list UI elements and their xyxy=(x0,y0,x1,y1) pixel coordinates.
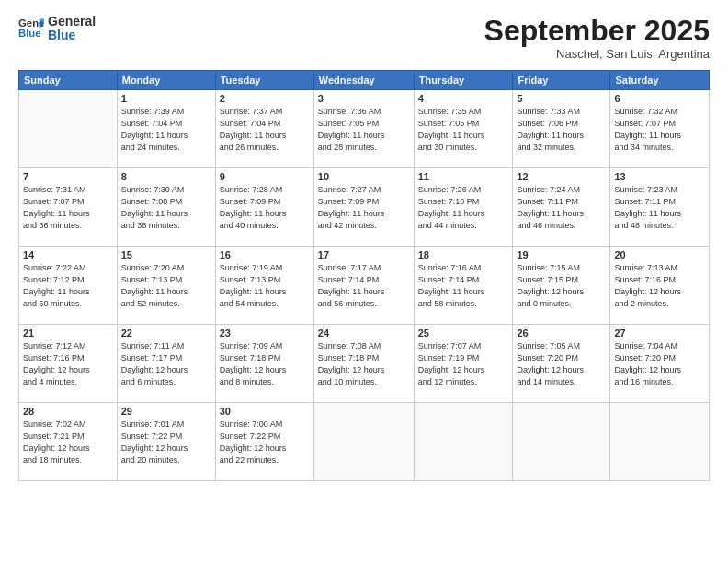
day-number: 6 xyxy=(614,93,705,104)
col-sunday: Sunday xyxy=(19,71,118,90)
day-info-line: and 52 minutes. xyxy=(121,298,211,310)
day-info-line: Sunset: 7:17 PM xyxy=(121,352,211,364)
day-info-line: Sunrise: 7:17 AM xyxy=(318,262,410,274)
day-number: 27 xyxy=(614,327,705,339)
day-info: Sunrise: 7:13 AMSunset: 7:16 PMDaylight:… xyxy=(614,262,705,310)
table-row: 23Sunrise: 7:09 AMSunset: 7:18 PMDayligh… xyxy=(215,325,313,403)
table-row: 4Sunrise: 7:35 AMSunset: 7:05 PMDaylight… xyxy=(414,90,513,168)
day-number: 9 xyxy=(220,171,310,182)
day-info-line: Daylight: 11 hours xyxy=(418,130,509,142)
day-info: Sunrise: 7:28 AMSunset: 7:09 PMDaylight:… xyxy=(220,184,310,232)
day-number: 10 xyxy=(318,171,410,182)
day-number: 15 xyxy=(121,249,211,260)
day-info-line: and 4 minutes. xyxy=(23,376,113,388)
day-number: 20 xyxy=(614,249,705,260)
day-info-line: Daylight: 11 hours xyxy=(418,286,509,298)
logo: General Blue General Blue xyxy=(18,15,96,43)
day-info-line: Daylight: 11 hours xyxy=(418,208,509,220)
day-info-line: Sunrise: 7:13 AM xyxy=(614,262,705,274)
table-row: 1Sunrise: 7:39 AMSunset: 7:04 PMDaylight… xyxy=(117,90,215,168)
calendar-body: 1Sunrise: 7:39 AMSunset: 7:04 PMDaylight… xyxy=(19,90,710,481)
day-info: Sunrise: 7:22 AMSunset: 7:12 PMDaylight:… xyxy=(23,262,113,310)
day-info-line: Sunset: 7:15 PM xyxy=(517,274,606,286)
day-info-line: and 10 minutes. xyxy=(318,376,410,388)
table-row: 5Sunrise: 7:33 AMSunset: 7:06 PMDaylight… xyxy=(513,90,610,168)
day-info-line: Daylight: 12 hours xyxy=(517,364,606,376)
calendar-week-row: 14Sunrise: 7:22 AMSunset: 7:12 PMDayligh… xyxy=(19,247,710,325)
day-info-line: Sunrise: 7:09 AM xyxy=(220,340,310,352)
logo-general-text: General xyxy=(48,15,96,29)
day-info: Sunrise: 7:17 AMSunset: 7:14 PMDaylight:… xyxy=(318,262,410,310)
day-info-line: and 16 minutes. xyxy=(614,376,705,388)
day-info-line: and 50 minutes. xyxy=(23,298,113,310)
day-number: 25 xyxy=(418,327,509,339)
day-info-line: Sunrise: 7:24 AM xyxy=(517,184,606,196)
table-row: 14Sunrise: 7:22 AMSunset: 7:12 PMDayligh… xyxy=(19,247,118,325)
table-row xyxy=(19,90,118,168)
day-info-line: Sunrise: 7:00 AM xyxy=(220,419,310,431)
day-info-line: and 36 minutes. xyxy=(23,220,113,232)
day-info-line: Daylight: 11 hours xyxy=(220,208,310,220)
table-row: 25Sunrise: 7:07 AMSunset: 7:19 PMDayligh… xyxy=(414,325,513,403)
day-info-line: and 26 minutes. xyxy=(220,142,310,154)
day-info: Sunrise: 7:35 AMSunset: 7:05 PMDaylight:… xyxy=(418,106,509,154)
day-info-line: Daylight: 12 hours xyxy=(614,286,705,298)
day-info-line: Sunset: 7:18 PM xyxy=(220,352,310,364)
day-info-line: and 22 minutes. xyxy=(220,454,310,466)
day-info-line: Daylight: 11 hours xyxy=(23,208,113,220)
day-info-line: Sunrise: 7:31 AM xyxy=(23,184,113,196)
day-number: 18 xyxy=(418,249,509,260)
day-info-line: and 30 minutes. xyxy=(418,142,509,154)
day-number: 17 xyxy=(318,249,410,260)
logo-blue-text: Blue xyxy=(48,29,96,42)
day-info-line: Sunset: 7:08 PM xyxy=(121,196,211,208)
day-number: 2 xyxy=(220,93,310,104)
day-info-line: Daylight: 12 hours xyxy=(318,364,410,376)
day-info: Sunrise: 7:09 AMSunset: 7:18 PMDaylight:… xyxy=(220,340,310,388)
day-info-line: and 28 minutes. xyxy=(318,142,410,154)
day-info-line: and 38 minutes. xyxy=(121,220,211,232)
day-info-line: and 56 minutes. xyxy=(318,298,410,310)
table-row: 19Sunrise: 7:15 AMSunset: 7:15 PMDayligh… xyxy=(513,247,610,325)
table-row: 3Sunrise: 7:36 AMSunset: 7:05 PMDaylight… xyxy=(313,90,414,168)
table-row: 16Sunrise: 7:19 AMSunset: 7:13 PMDayligh… xyxy=(215,247,313,325)
day-info-line: Sunrise: 7:11 AM xyxy=(121,340,211,352)
col-wednesday: Wednesday xyxy=(313,71,414,90)
day-info-line: Sunset: 7:10 PM xyxy=(418,196,509,208)
day-info-line: Daylight: 11 hours xyxy=(121,130,211,142)
day-info: Sunrise: 7:30 AMSunset: 7:08 PMDaylight:… xyxy=(121,184,211,232)
title-block: September 2025 Naschel, San Luis, Argent… xyxy=(484,15,710,61)
day-info-line: Sunset: 7:05 PM xyxy=(318,118,410,130)
day-info-line: Sunset: 7:16 PM xyxy=(23,352,113,364)
day-info-line: Sunset: 7:20 PM xyxy=(517,352,606,364)
day-info-line: Sunrise: 7:35 AM xyxy=(418,106,509,118)
day-info-line: and 6 minutes. xyxy=(121,376,211,388)
day-info-line: Daylight: 12 hours xyxy=(614,364,705,376)
day-info-line: and 20 minutes. xyxy=(121,454,211,466)
table-row: 26Sunrise: 7:05 AMSunset: 7:20 PMDayligh… xyxy=(513,325,610,403)
logo-icon: General Blue xyxy=(18,16,44,41)
day-info-line: Daylight: 11 hours xyxy=(318,130,410,142)
day-number: 26 xyxy=(517,327,606,339)
day-info: Sunrise: 7:24 AMSunset: 7:11 PMDaylight:… xyxy=(517,184,606,232)
day-info-line: Sunrise: 7:20 AM xyxy=(121,262,211,274)
svg-text:Blue: Blue xyxy=(18,28,41,39)
day-info-line: Daylight: 12 hours xyxy=(121,364,211,376)
day-info: Sunrise: 7:31 AMSunset: 7:07 PMDaylight:… xyxy=(23,184,113,232)
day-info-line: and 2 minutes. xyxy=(614,298,705,310)
day-info: Sunrise: 7:12 AMSunset: 7:16 PMDaylight:… xyxy=(23,340,113,388)
day-info: Sunrise: 7:19 AMSunset: 7:13 PMDaylight:… xyxy=(220,262,310,310)
month-title: September 2025 xyxy=(484,15,710,47)
table-row xyxy=(610,403,710,481)
day-info-line: Daylight: 11 hours xyxy=(318,286,410,298)
table-row: 21Sunrise: 7:12 AMSunset: 7:16 PMDayligh… xyxy=(19,325,118,403)
day-info-line: Daylight: 11 hours xyxy=(121,208,211,220)
day-info-line: Sunrise: 7:01 AM xyxy=(121,419,211,431)
table-row xyxy=(513,403,610,481)
day-info-line: and 46 minutes. xyxy=(517,220,606,232)
day-info-line: Sunrise: 7:04 AM xyxy=(614,340,705,352)
calendar-week-row: 28Sunrise: 7:02 AMSunset: 7:21 PMDayligh… xyxy=(19,403,710,481)
day-info-line: Daylight: 12 hours xyxy=(23,442,113,454)
day-info-line: Sunset: 7:20 PM xyxy=(614,352,705,364)
day-info: Sunrise: 7:20 AMSunset: 7:13 PMDaylight:… xyxy=(121,262,211,310)
